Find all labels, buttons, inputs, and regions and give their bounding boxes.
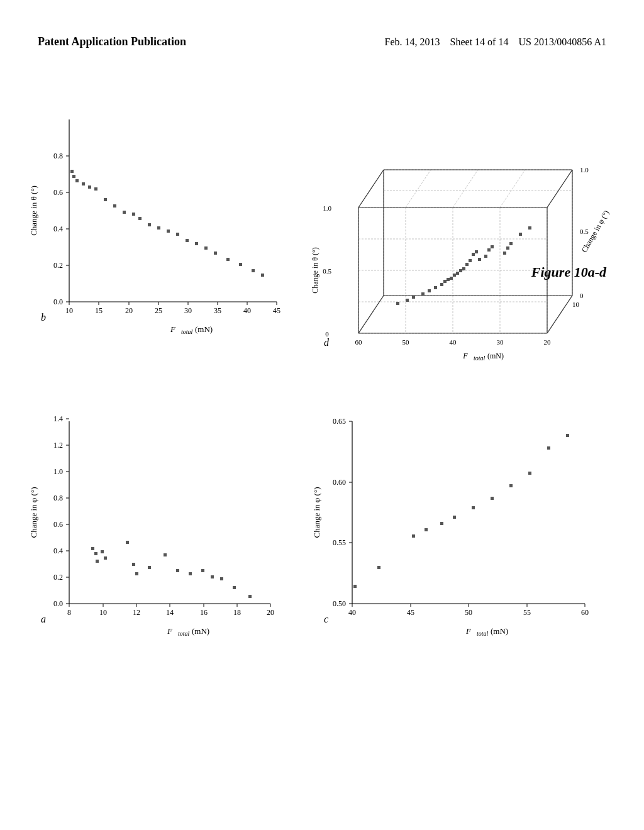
svg-rect-44 — [135, 572, 138, 575]
header-title: Patent Application Publication — [38, 35, 186, 49]
svg-rect-49 — [201, 569, 204, 572]
svg-text:0.6: 0.6 — [53, 188, 63, 197]
svg-rect-138 — [425, 528, 428, 531]
svg-text:Change in φ (°): Change in φ (°) — [29, 487, 38, 538]
svg-rect-143 — [509, 484, 513, 487]
svg-text:10: 10 — [572, 301, 580, 308]
svg-rect-103 — [195, 242, 198, 245]
svg-text:12: 12 — [133, 608, 140, 617]
svg-text:0.4: 0.4 — [53, 546, 63, 555]
svg-rect-145 — [547, 446, 550, 450]
svg-text:total: total — [178, 630, 190, 637]
plot-a: 0.0 0.2 0.4 0.6 0.8 1.0 1.2 1.4 Change i… — [25, 409, 302, 648]
svg-rect-216 — [396, 302, 399, 305]
header-patent: US 2013/0040856 A1 — [518, 36, 606, 47]
svg-text:0.55: 0.55 — [333, 538, 346, 547]
svg-text:40: 40 — [243, 306, 251, 315]
svg-rect-96 — [132, 213, 135, 216]
svg-text:F: F — [167, 626, 173, 636]
svg-text:0.5: 0.5 — [323, 267, 331, 275]
svg-text:1.0: 1.0 — [323, 204, 331, 212]
svg-rect-91 — [88, 185, 91, 189]
svg-rect-142 — [491, 497, 494, 500]
svg-rect-205 — [456, 272, 459, 275]
svg-text:0.5: 0.5 — [580, 228, 589, 235]
svg-text:0.2: 0.2 — [53, 261, 63, 270]
svg-text:1.2: 1.2 — [53, 441, 63, 450]
plot-c: 0.50 0.55 0.60 0.65 Change in φ (°) 40 4… — [308, 409, 623, 648]
svg-rect-40 — [101, 550, 104, 553]
svg-marker-147 — [358, 296, 572, 333]
svg-rect-102 — [186, 239, 189, 242]
svg-rect-194 — [503, 252, 506, 255]
svg-rect-51 — [220, 577, 223, 580]
header: Patent Application Publication Feb. 14, … — [0, 35, 644, 50]
svg-text:Change in θ (°): Change in θ (°) — [29, 185, 38, 236]
svg-text:60: 60 — [581, 608, 589, 617]
svg-text:c: c — [324, 614, 328, 624]
svg-text:0.6: 0.6 — [53, 520, 63, 529]
svg-text:0.8: 0.8 — [53, 494, 63, 502]
svg-rect-107 — [239, 263, 242, 266]
svg-text:30: 30 — [184, 306, 192, 315]
svg-rect-200 — [472, 253, 475, 256]
svg-text:total: total — [477, 630, 489, 637]
svg-text:b: b — [41, 312, 46, 323]
plot-b: 0.0 0.2 0.4 0.6 0.8 Change in θ (°) 10 1… — [25, 107, 302, 358]
svg-rect-141 — [472, 506, 475, 509]
plot-d: 0 0.5 1.0 Change in θ (°) 0 0.5 1.0 Chan… — [308, 107, 623, 409]
svg-rect-38 — [94, 552, 97, 555]
svg-rect-37 — [91, 547, 94, 550]
svg-rect-48 — [189, 572, 192, 575]
svg-text:20: 20 — [125, 306, 133, 315]
plots-area: 0.0 0.2 0.4 0.6 0.8 1.0 1.2 1.4 Change i… — [25, 107, 619, 792]
svg-text:F: F — [170, 324, 176, 334]
svg-rect-219 — [528, 226, 531, 230]
svg-text:0.0: 0.0 — [53, 599, 63, 608]
header-info: Feb. 14, 2013 Sheet 14 of 14 US 2013/004… — [385, 35, 606, 50]
svg-text:0.0: 0.0 — [53, 297, 63, 306]
svg-rect-203 — [462, 267, 465, 270]
svg-rect-208 — [447, 278, 450, 281]
svg-rect-195 — [491, 245, 494, 248]
svg-rect-214 — [412, 296, 415, 299]
svg-text:20: 20 — [544, 338, 552, 346]
svg-text:total: total — [181, 328, 193, 335]
svg-rect-109 — [261, 274, 264, 277]
svg-rect-99 — [157, 226, 160, 230]
header-sheet: Sheet 14 of 14 — [450, 36, 509, 47]
svg-text:0.4: 0.4 — [53, 224, 63, 233]
svg-rect-136 — [377, 566, 380, 569]
svg-text:10: 10 — [65, 306, 73, 315]
svg-text:50: 50 — [402, 338, 410, 346]
svg-rect-101 — [176, 233, 179, 236]
svg-rect-207 — [450, 277, 453, 280]
svg-text:(mN): (mN) — [491, 626, 508, 636]
svg-text:45: 45 — [273, 306, 280, 315]
svg-rect-201 — [469, 259, 472, 262]
svg-rect-209 — [443, 280, 447, 283]
svg-text:1.0: 1.0 — [53, 467, 63, 476]
svg-text:1.4: 1.4 — [53, 414, 63, 423]
svg-rect-220 — [506, 246, 509, 250]
svg-line-158 — [406, 170, 431, 208]
svg-text:F: F — [462, 351, 468, 360]
svg-rect-106 — [226, 258, 230, 261]
svg-rect-108 — [252, 269, 255, 272]
svg-rect-46 — [164, 553, 167, 556]
svg-rect-90 — [82, 182, 85, 185]
svg-rect-92 — [94, 187, 97, 191]
svg-rect-98 — [148, 223, 151, 226]
svg-text:(mN): (mN) — [192, 626, 209, 636]
svg-text:total: total — [474, 355, 486, 362]
svg-rect-196 — [487, 248, 491, 252]
svg-text:18: 18 — [233, 608, 241, 617]
svg-text:8: 8 — [67, 608, 71, 617]
svg-rect-213 — [421, 292, 425, 296]
svg-line-168 — [358, 170, 384, 208]
svg-text:0.50: 0.50 — [333, 599, 346, 608]
svg-rect-105 — [214, 252, 217, 255]
svg-text:1.0: 1.0 — [580, 166, 589, 174]
svg-text:(mN): (mN) — [195, 324, 213, 334]
svg-text:30: 30 — [497, 338, 504, 346]
